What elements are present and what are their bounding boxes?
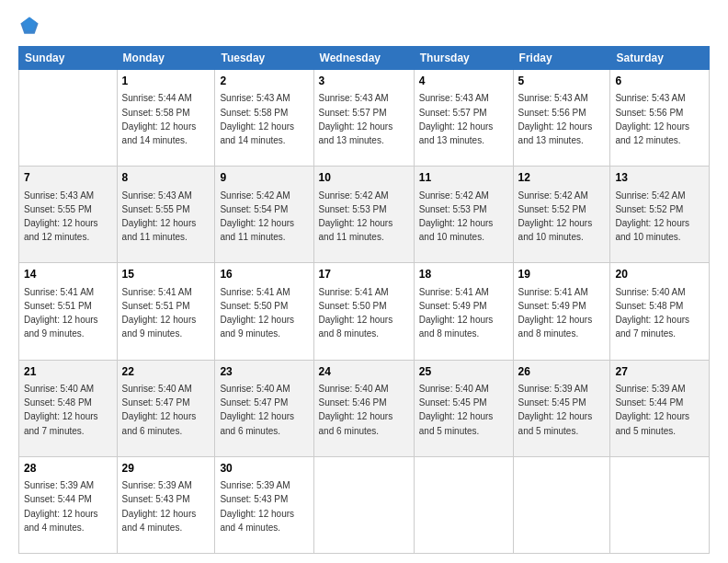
day-info: Sunrise: 5:41 AMSunset: 5:49 PMDaylight:… — [518, 287, 593, 339]
calendar-cell: 1Sunrise: 5:44 AMSunset: 5:58 PMDaylight… — [117, 70, 215, 167]
logo — [18, 15, 44, 37]
calendar-cell: 2Sunrise: 5:43 AMSunset: 5:58 PMDaylight… — [215, 70, 313, 167]
calendar-cell — [19, 70, 118, 167]
calendar-cell — [414, 456, 513, 553]
day-info: Sunrise: 5:41 AMSunset: 5:50 PMDaylight:… — [220, 287, 294, 339]
day-number: 5 — [518, 74, 606, 89]
day-info: Sunrise: 5:43 AMSunset: 5:55 PMDaylight:… — [122, 190, 197, 243]
day-info: Sunrise: 5:43 AMSunset: 5:56 PMDaylight:… — [518, 93, 593, 145]
day-number: 17 — [319, 267, 409, 282]
day-number: 21 — [24, 364, 112, 380]
day-number: 13 — [615, 170, 704, 186]
calendar-cell: 15Sunrise: 5:41 AMSunset: 5:51 PMDayligh… — [117, 263, 215, 360]
day-info: Sunrise: 5:41 AMSunset: 5:49 PMDaylight:… — [419, 287, 494, 339]
day-info: Sunrise: 5:40 AMSunset: 5:48 PMDaylight:… — [615, 287, 689, 339]
calendar-cell: 5Sunrise: 5:43 AMSunset: 5:56 PMDaylight… — [513, 70, 610, 167]
day-info: Sunrise: 5:39 AMSunset: 5:43 PMDaylight:… — [220, 480, 294, 533]
calendar-cell: 29Sunrise: 5:39 AMSunset: 5:43 PMDayligh… — [117, 456, 215, 553]
page: SundayMondayTuesdayWednesdayThursdayFrid… — [0, 0, 728, 563]
day-info: Sunrise: 5:43 AMSunset: 5:57 PMDaylight:… — [419, 93, 494, 145]
day-info: Sunrise: 5:41 AMSunset: 5:50 PMDaylight:… — [319, 287, 393, 339]
calendar-cell — [610, 456, 710, 553]
header-row: SundayMondayTuesdayWednesdayThursdayFrid… — [19, 47, 710, 70]
day-info: Sunrise: 5:39 AMSunset: 5:44 PMDaylight:… — [615, 384, 689, 436]
day-number: 11 — [419, 170, 508, 186]
day-number: 12 — [518, 170, 606, 186]
day-number: 4 — [419, 74, 508, 89]
calendar-cell: 22Sunrise: 5:40 AMSunset: 5:47 PMDayligh… — [117, 360, 215, 456]
calendar-week-row: 1Sunrise: 5:44 AMSunset: 5:58 PMDaylight… — [19, 70, 710, 167]
day-number: 9 — [220, 170, 308, 186]
day-number: 10 — [319, 170, 409, 186]
header — [18, 15, 710, 37]
day-info: Sunrise: 5:40 AMSunset: 5:46 PMDaylight:… — [319, 384, 393, 436]
day-info: Sunrise: 5:42 AMSunset: 5:53 PMDaylight:… — [419, 190, 494, 243]
day-info: Sunrise: 5:40 AMSunset: 5:48 PMDaylight:… — [24, 384, 98, 436]
calendar-cell: 28Sunrise: 5:39 AMSunset: 5:44 PMDayligh… — [19, 456, 118, 553]
day-info: Sunrise: 5:41 AMSunset: 5:51 PMDaylight:… — [24, 287, 98, 339]
day-number: 25 — [419, 364, 508, 380]
day-info: Sunrise: 5:39 AMSunset: 5:45 PMDaylight:… — [518, 384, 593, 436]
day-info: Sunrise: 5:44 AMSunset: 5:58 PMDaylight:… — [122, 93, 197, 145]
calendar-cell — [513, 456, 610, 553]
day-number: 6 — [615, 74, 704, 89]
weekday-header: Sunday — [19, 47, 118, 70]
logo-icon — [18, 15, 40, 37]
calendar-week-row: 7Sunrise: 5:43 AMSunset: 5:55 PMDaylight… — [19, 167, 710, 263]
day-number: 8 — [122, 170, 210, 186]
day-number: 30 — [220, 461, 308, 477]
day-info: Sunrise: 5:41 AMSunset: 5:51 PMDaylight:… — [122, 287, 197, 339]
day-number: 16 — [220, 267, 308, 282]
calendar-cell: 20Sunrise: 5:40 AMSunset: 5:48 PMDayligh… — [610, 263, 710, 360]
day-number: 15 — [122, 267, 210, 282]
calendar-cell: 9Sunrise: 5:42 AMSunset: 5:54 PMDaylight… — [215, 167, 313, 263]
day-info: Sunrise: 5:42 AMSunset: 5:53 PMDaylight:… — [319, 190, 393, 243]
day-info: Sunrise: 5:39 AMSunset: 5:43 PMDaylight:… — [122, 480, 197, 533]
day-number: 18 — [419, 267, 508, 282]
calendar-cell: 3Sunrise: 5:43 AMSunset: 5:57 PMDaylight… — [313, 70, 414, 167]
calendar-cell: 6Sunrise: 5:43 AMSunset: 5:56 PMDaylight… — [610, 70, 710, 167]
day-number: 20 — [615, 267, 704, 282]
calendar-cell: 17Sunrise: 5:41 AMSunset: 5:50 PMDayligh… — [313, 263, 414, 360]
calendar-week-row: 14Sunrise: 5:41 AMSunset: 5:51 PMDayligh… — [19, 263, 710, 360]
calendar-table: SundayMondayTuesdayWednesdayThursdayFrid… — [18, 46, 710, 554]
day-number: 29 — [122, 461, 210, 477]
calendar-cell: 25Sunrise: 5:40 AMSunset: 5:45 PMDayligh… — [414, 360, 513, 456]
day-info: Sunrise: 5:42 AMSunset: 5:54 PMDaylight:… — [220, 190, 294, 243]
calendar-week-row: 21Sunrise: 5:40 AMSunset: 5:48 PMDayligh… — [19, 360, 710, 456]
calendar-cell: 11Sunrise: 5:42 AMSunset: 5:53 PMDayligh… — [414, 167, 513, 263]
day-info: Sunrise: 5:40 AMSunset: 5:47 PMDaylight:… — [220, 384, 294, 436]
calendar-cell: 26Sunrise: 5:39 AMSunset: 5:45 PMDayligh… — [513, 360, 610, 456]
day-info: Sunrise: 5:40 AMSunset: 5:47 PMDaylight:… — [122, 384, 197, 436]
day-number: 1 — [122, 74, 210, 89]
weekday-header: Wednesday — [313, 47, 414, 70]
calendar-cell: 7Sunrise: 5:43 AMSunset: 5:55 PMDaylight… — [19, 167, 118, 263]
day-info: Sunrise: 5:43 AMSunset: 5:57 PMDaylight:… — [319, 93, 393, 145]
day-number: 26 — [518, 364, 606, 380]
calendar-cell: 21Sunrise: 5:40 AMSunset: 5:48 PMDayligh… — [19, 360, 118, 456]
day-number: 3 — [319, 74, 409, 89]
calendar-cell: 16Sunrise: 5:41 AMSunset: 5:50 PMDayligh… — [215, 263, 313, 360]
calendar-cell: 23Sunrise: 5:40 AMSunset: 5:47 PMDayligh… — [215, 360, 313, 456]
weekday-header: Monday — [117, 47, 215, 70]
calendar-cell: 8Sunrise: 5:43 AMSunset: 5:55 PMDaylight… — [117, 167, 215, 263]
calendar-cell: 12Sunrise: 5:42 AMSunset: 5:52 PMDayligh… — [513, 167, 610, 263]
weekday-header: Friday — [513, 47, 610, 70]
calendar-cell: 13Sunrise: 5:42 AMSunset: 5:52 PMDayligh… — [610, 167, 710, 263]
calendar-cell: 27Sunrise: 5:39 AMSunset: 5:44 PMDayligh… — [610, 360, 710, 456]
day-info: Sunrise: 5:39 AMSunset: 5:44 PMDaylight:… — [24, 480, 98, 533]
day-number: 23 — [220, 364, 308, 380]
day-info: Sunrise: 5:40 AMSunset: 5:45 PMDaylight:… — [419, 384, 494, 436]
calendar-cell: 10Sunrise: 5:42 AMSunset: 5:53 PMDayligh… — [313, 167, 414, 263]
day-number: 27 — [615, 364, 704, 380]
calendar-cell: 14Sunrise: 5:41 AMSunset: 5:51 PMDayligh… — [19, 263, 118, 360]
day-number: 14 — [24, 267, 112, 282]
weekday-header: Tuesday — [215, 47, 313, 70]
day-info: Sunrise: 5:42 AMSunset: 5:52 PMDaylight:… — [615, 190, 689, 243]
day-info: Sunrise: 5:43 AMSunset: 5:58 PMDaylight:… — [220, 93, 294, 145]
calendar-week-row: 28Sunrise: 5:39 AMSunset: 5:44 PMDayligh… — [19, 456, 710, 553]
day-number: 24 — [319, 364, 409, 380]
day-number: 7 — [24, 170, 112, 186]
calendar-cell: 30Sunrise: 5:39 AMSunset: 5:43 PMDayligh… — [215, 456, 313, 553]
day-info: Sunrise: 5:43 AMSunset: 5:55 PMDaylight:… — [24, 190, 98, 243]
